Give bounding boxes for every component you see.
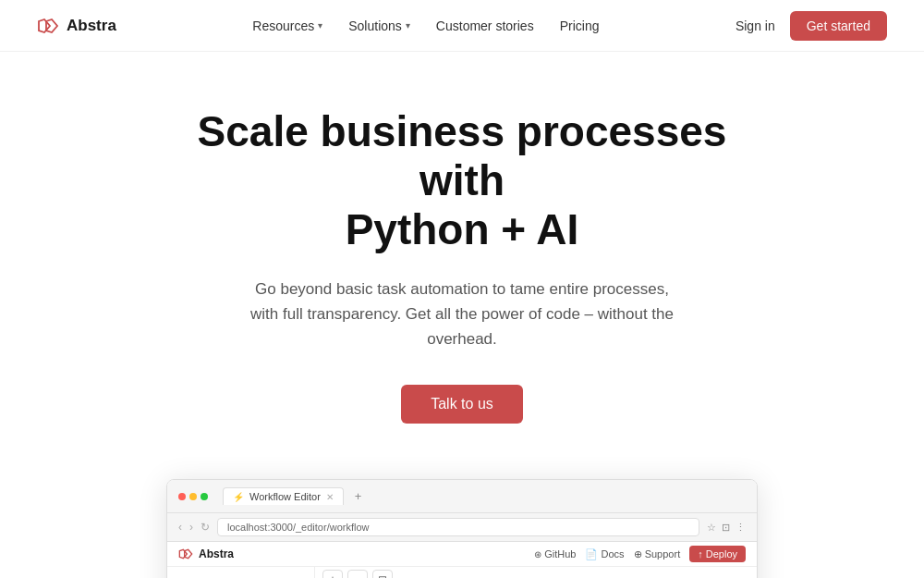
logo[interactable]: Abstra xyxy=(37,17,116,35)
support-link[interactable]: ⊕ Support xyxy=(634,548,681,560)
get-started-button[interactable]: Get started xyxy=(790,11,887,41)
remove-node-button[interactable]: − xyxy=(347,570,368,578)
nav-resources[interactable]: Resources ▾ xyxy=(252,18,322,33)
address-bar-row: ‹ › ↻ localhost:3000/_editor/workflow ☆ … xyxy=(167,513,757,542)
maximize-window-dot xyxy=(201,493,208,500)
forward-icon[interactable]: › xyxy=(189,521,193,534)
minimize-window-dot xyxy=(189,493,197,500)
browser-window: ⚡ Workflow Editor ✕ + ‹ › ↻ localhost:30… xyxy=(166,479,758,578)
browser-traffic-lights xyxy=(178,493,208,500)
browser-mockup: ⚡ Workflow Editor ✕ + ‹ › ↻ localhost:30… xyxy=(0,461,924,578)
bookmark-icon[interactable]: ☆ xyxy=(707,522,716,534)
nav-pricing[interactable]: Pricing xyxy=(560,18,600,33)
app-toolbar: Abstra ⊛ GitHub 📄 Docs ⊕ Support xyxy=(167,542,757,567)
new-tab-button[interactable]: + xyxy=(355,489,362,503)
close-window-dot xyxy=(178,493,186,500)
tab-close-icon[interactable]: ✕ xyxy=(326,492,334,502)
chevron-down-icon: ▾ xyxy=(406,20,410,31)
nav-customer-stories[interactable]: Customer stories xyxy=(436,18,534,33)
hero-section: Scale business processes with Python + A… xyxy=(0,52,924,461)
toolbar-right-actions: ⊛ GitHub 📄 Docs ⊕ Support ↑ Deploy xyxy=(534,546,746,562)
deploy-icon: ↑ xyxy=(698,548,703,560)
docs-icon: 📄 xyxy=(585,548,598,560)
logo-icon xyxy=(37,18,59,34)
navbar: Abstra Resources ▾ Solutions ▾ Customer … xyxy=(0,0,924,52)
nav-actions: Sign in Get started xyxy=(736,11,887,41)
fit-view-button[interactable]: ⊡ xyxy=(372,570,393,578)
sign-in-link[interactable]: Sign in xyxy=(736,18,775,33)
nav-solutions[interactable]: Solutions ▾ xyxy=(348,18,410,33)
tab-favicon: ⚡ xyxy=(233,492,244,502)
deploy-button[interactable]: ↑ Deploy xyxy=(689,546,746,562)
github-link[interactable]: ⊛ GitHub xyxy=(534,548,576,560)
hero-headline: Scale business processes with Python + A… xyxy=(185,107,739,254)
logo-text: Abstra xyxy=(67,17,116,35)
github-icon: ⊛ xyxy=(534,549,541,560)
tab-label: Workflow Editor xyxy=(249,491,321,502)
add-node-button[interactable]: + xyxy=(322,570,343,578)
docs-link[interactable]: 📄 Docs xyxy=(585,548,624,560)
share-icon[interactable]: ⊡ xyxy=(722,522,730,534)
hero-subtext: Go beyond basic task automation to tame … xyxy=(240,277,684,352)
reload-icon[interactable]: ↻ xyxy=(201,521,210,534)
app-main-content: Project ⚡ Workflow ◧ Stages ≡ Threads Se… xyxy=(167,567,757,578)
app-logo: Abstra xyxy=(178,547,234,560)
support-icon: ⊕ xyxy=(634,548,642,560)
more-icon[interactable]: ⋮ xyxy=(736,522,746,534)
app-logo-text: Abstra xyxy=(199,547,234,560)
app-sidebar: Project ⚡ Workflow ◧ Stages ≡ Threads Se… xyxy=(167,567,315,578)
back-icon[interactable]: ‹ xyxy=(178,521,182,534)
nav-links: Resources ▾ Solutions ▾ Customer stories… xyxy=(252,18,599,33)
workflow-canvas[interactable]: + − ⊡ xyxy=(315,567,757,578)
chevron-down-icon: ▾ xyxy=(318,20,322,31)
canvas-toolbar: + − ⊡ xyxy=(315,567,757,578)
talk-to-us-button[interactable]: Talk to us xyxy=(401,385,523,424)
browser-tab[interactable]: ⚡ Workflow Editor ✕ xyxy=(223,487,344,505)
app-layout: Abstra ⊛ GitHub 📄 Docs ⊕ Support xyxy=(167,542,757,578)
url-bar[interactable]: localhost:3000/_editor/workflow xyxy=(217,518,699,536)
browser-action-icons: ☆ ⊡ ⋮ xyxy=(707,522,746,534)
browser-title-bar: ⚡ Workflow Editor ✕ + xyxy=(167,480,757,513)
